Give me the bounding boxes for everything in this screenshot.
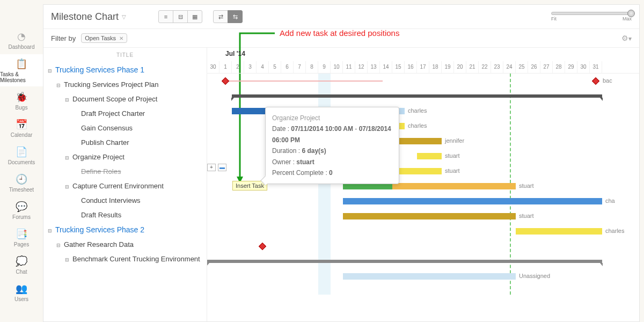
summary-bar[interactable] [232, 94, 602, 98]
tree-item-label: Publish Charter [81, 138, 129, 147]
collapse-icon[interactable]: ⊟ [65, 155, 70, 160]
tree-item[interactable]: Draft Project Charter [43, 106, 207, 121]
sidebar-item-label: Bugs [16, 105, 28, 111]
filter-chip[interactable]: Open Tasks ✕ [81, 33, 127, 43]
sidebar-item-calendar[interactable]: 📅Calendar [0, 115, 43, 141]
collapse-icon[interactable]: ⊟ [56, 83, 62, 88]
collapse-icon[interactable]: ⊟ [48, 68, 53, 74]
milestone-label: bac [603, 77, 612, 84]
sidebar-item-documents[interactable]: 📄Documents [0, 142, 43, 169]
day-cell: 30 [577, 61, 590, 73]
tree-item[interactable]: ⊟Benchmark Curent Trucking Environment [43, 252, 207, 266]
gantt-row: bac [207, 74, 639, 89]
header: Milestone Chart ▽ ≡ ⊟ ▦ ⇄ ⇆ FitMax [43, 5, 639, 29]
day-cell: 21 [466, 61, 479, 73]
sidebar-item-users[interactable]: 👥Users [0, 279, 43, 305]
day-cell: 12 [355, 61, 368, 73]
task-bar[interactable]: cha [343, 198, 602, 204]
task-bar[interactable]: stuart [417, 153, 442, 159]
tree-item[interactable]: Draft Results [43, 208, 207, 222]
tree-item[interactable]: ⊟Gather Research Data [43, 237, 207, 252]
summary-bar[interactable] [207, 260, 602, 263]
gantt-row [207, 254, 639, 269]
tooltip-percent-label: Percent Complete : [272, 169, 327, 177]
milestone-diamond-icon[interactable] [222, 77, 229, 85]
assignee-label: charles [408, 107, 427, 114]
day-cell: 2 [232, 61, 244, 73]
tree-item-label: Document Scope of Project [72, 95, 157, 103]
sidebar-item-forums[interactable]: 💬Forums [0, 197, 43, 223]
tooltip-date-sep: - [355, 125, 357, 133]
tree-item[interactable]: ⊟Trucking Services Phase 1 [43, 62, 207, 77]
tree-item[interactable]: Gain Consensus [43, 121, 207, 135]
day-cell: 16 [405, 61, 417, 73]
day-cell: 25 [516, 61, 528, 73]
collapse-icon[interactable]: ⊟ [65, 184, 70, 189]
sidebar-item-timesheet[interactable]: 🕘Timesheet [0, 170, 43, 196]
assignee-label: stuart [519, 182, 534, 189]
title-dropdown-icon[interactable]: ▽ [122, 14, 126, 20]
collapse-icon[interactable]: ⊟ [48, 228, 53, 233]
insert-task-bar-button[interactable]: ▬ [218, 164, 226, 171]
sidebar-item-label: Users [14, 296, 28, 302]
tree-item[interactable]: Publish Charter [43, 135, 207, 150]
gantt-chart: Jul '14 30123456789101112131415161718192… [207, 48, 639, 321]
day-cell: 14 [380, 61, 392, 73]
view-indent-button[interactable]: ⊟ [173, 10, 188, 23]
tooltip-duration-value: 6 day(s) [302, 147, 326, 155]
collapse-icon[interactable]: ⊟ [56, 243, 62, 248]
day-cell: 9 [318, 61, 331, 73]
sidebar-item-label: Forums [12, 214, 31, 220]
tooltip-duration-label: Duration : [272, 147, 300, 155]
milestone-diamond-icon[interactable] [592, 77, 599, 85]
day-cell: 18 [429, 61, 442, 73]
tree-item[interactable]: ⊟Organize Project [43, 150, 207, 164]
documents-icon: 📄 [15, 145, 28, 158]
sidebar-item-pages[interactable]: 📑Pages [0, 224, 43, 251]
task-bar[interactable]: charles [516, 228, 602, 235]
day-cell: 13 [368, 61, 380, 73]
tree-item[interactable]: ⊟Document Scope of Project [43, 92, 207, 106]
layout-compact-button[interactable]: ⇄ [213, 10, 228, 23]
tree-item[interactable]: ⊟Trucking Services Project Plan [43, 77, 207, 92]
settings-gear-icon[interactable]: ⚙▾ [621, 34, 632, 42]
day-cell: 31 [590, 61, 602, 73]
sidebar-item-chat[interactable]: 💭Chat [0, 252, 43, 278]
tree-item-label: Draft Project Charter [81, 109, 145, 118]
tree-item[interactable]: Define Roles [43, 164, 207, 179]
content: TITLE ⊟Trucking Services Phase 1⊟Truckin… [43, 48, 639, 321]
tree-item[interactable]: ⊟Trucking Services Phase 2 [43, 222, 207, 237]
tree-item[interactable]: ⊟Capture Current Environment [43, 179, 207, 193]
tree-item[interactable]: Conduct Interviews [43, 193, 207, 208]
tooltip-date-start: 07/11/2014 10:00 AM [291, 125, 353, 133]
insert-task-plus-button[interactable]: + [207, 164, 216, 171]
collapse-icon[interactable]: ⊟ [65, 97, 70, 103]
assignee-label: stuart [445, 152, 460, 159]
task-bar[interactable]: Unassigned [343, 273, 516, 280]
tree-item-label: Benchmark Curent Trucking Environment [72, 255, 200, 263]
sidebar-item-label: Pages [14, 241, 29, 247]
dashboard-icon: ◔ [15, 30, 28, 43]
day-cell: 24 [503, 61, 516, 73]
users-icon: 👥 [15, 282, 28, 295]
day-cell: 30 [207, 61, 219, 73]
milestone-diamond-icon[interactable] [259, 243, 266, 250]
task-bar[interactable]: stuart [343, 213, 516, 219]
view-toolbar: ≡ ⊟ ▦ [158, 10, 202, 23]
sidebar-item-label: Timesheet [9, 187, 34, 193]
day-cell: 20 [454, 61, 466, 73]
zoom-handle[interactable] [627, 10, 635, 17]
sidebar-item-dashboard[interactable]: ◔Dashboard [0, 27, 43, 53]
zoom-slider[interactable] [551, 12, 632, 15]
view-list-button[interactable]: ≡ [158, 10, 173, 23]
assignee-label: jennifer [445, 137, 464, 144]
sidebar-item-bugs[interactable]: 🐞Bugs [0, 87, 43, 114]
day-cell: 27 [540, 61, 553, 73]
tooltip-owner-value: stuart [296, 158, 314, 166]
collapse-icon[interactable]: ⊟ [65, 257, 70, 262]
view-grid-button[interactable]: ▦ [187, 10, 202, 23]
layout-expand-button[interactable]: ⇆ [228, 10, 243, 23]
zoom-min-label: Fit [551, 16, 557, 21]
sidebar-item-tasks[interactable]: 📋Tasks & Milestones [0, 54, 43, 86]
filter-remove-icon[interactable]: ✕ [119, 35, 123, 41]
